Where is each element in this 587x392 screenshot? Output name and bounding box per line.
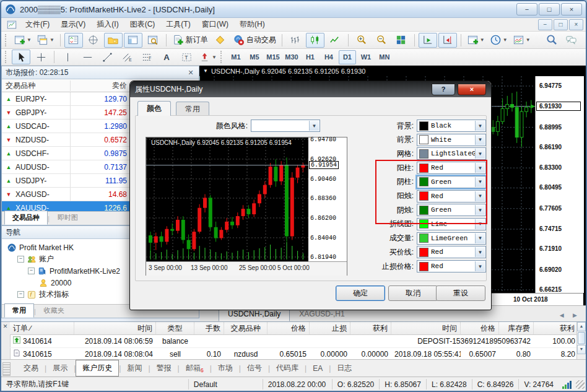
zoom-in-button[interactable] (352, 33, 371, 48)
terminal-tab-10[interactable]: 日志 (331, 360, 358, 376)
color-select-0[interactable]: Black▼ (417, 120, 486, 132)
new-chart-button[interactable]: ▼ (12, 33, 33, 48)
timeframe-mn[interactable]: MN (376, 50, 393, 64)
autotrading-button[interactable]: 自动交易 (231, 33, 278, 48)
new-order-button[interactable]: 新订单 (170, 33, 210, 48)
timeframe-h4[interactable]: H4 (320, 50, 337, 64)
terminal-col-3[interactable]: 手数 (194, 322, 224, 334)
minimize-button[interactable]: − (516, 3, 537, 15)
child-close-button[interactable]: × (569, 19, 583, 30)
timeframe-d1[interactable]: D1 (339, 50, 356, 64)
dialog-titlebar[interactable]: 属性USDCNH-,Daily ? × (130, 81, 491, 97)
child-restore-button[interactable]: □ (554, 19, 568, 30)
scroll-up-icon[interactable]: ▲ (577, 322, 586, 331)
scrollbar-thumb[interactable] (578, 332, 585, 344)
color-select-7[interactable]: Lime▼ (417, 218, 486, 230)
terminal-col-7[interactable]: 获利 (350, 322, 391, 334)
bar-chart-button[interactable] (286, 33, 305, 48)
community-chat-button[interactable] (562, 33, 580, 48)
restore-button[interactable]: □ (539, 3, 560, 15)
close-icon[interactable]: ✕ (186, 69, 195, 77)
text-label-tool[interactable]: T (177, 50, 196, 64)
color-select-9[interactable]: Red▼ (417, 246, 486, 258)
timeframe-m30[interactable]: M30 (283, 50, 300, 64)
tile-windows-button[interactable] (392, 33, 411, 48)
cancel-button[interactable]: 取消 (388, 285, 438, 301)
terminal-col-4[interactable]: 交易品种 (224, 322, 267, 334)
menu-item-5[interactable]: 窗口(W) (196, 19, 234, 30)
timeframe-h1[interactable]: H1 (302, 50, 319, 64)
arrows-tool[interactable]: ▼ (197, 50, 219, 64)
terminal-col-0[interactable]: 订单 ∕ (10, 322, 74, 334)
color-select-2[interactable]: LightSlateGr▼ (417, 147, 486, 160)
line-chart-button[interactable] (326, 33, 344, 48)
timeframe-m15[interactable]: M15 (264, 50, 282, 64)
dialog-tab-0[interactable]: 颜色 (137, 101, 171, 116)
text-tool[interactable]: A (157, 50, 176, 64)
toolbar-grip[interactable] (5, 34, 9, 46)
navigator-tab-0[interactable]: 常用 (4, 303, 34, 318)
menu-item-1[interactable]: 显示(V) (55, 19, 91, 30)
terminal-tab-8[interactable]: 代码库 (270, 360, 305, 376)
market-watch-toggle[interactable] (64, 33, 83, 48)
terminal-toggle[interactable] (124, 33, 142, 48)
color-select-10[interactable]: Red▼ (417, 260, 486, 272)
candlestick-button[interactable] (306, 33, 324, 48)
vertical-line-tool[interactable] (58, 50, 77, 64)
panel-grip-icon[interactable] (2, 362, 11, 376)
menu-item-4[interactable]: 工具(T) (160, 19, 196, 30)
tab-scroll-arrows[interactable]: ◀ ▶ (560, 312, 581, 318)
color-scheme-select[interactable]: ▼ (251, 120, 320, 132)
tree-expander-icon[interactable]: − (28, 268, 35, 274)
terminal-col-2[interactable]: 类型 (156, 322, 194, 334)
color-select-4[interactable]: Green▼ (417, 176, 486, 188)
equidistant-channel-tool[interactable]: E (118, 50, 136, 64)
tree-expander-icon[interactable]: − (17, 291, 24, 298)
child-minimize-button[interactable]: − (538, 19, 552, 30)
navigator-toggle[interactable] (104, 33, 123, 48)
timeframe-w1[interactable]: W1 (357, 50, 375, 64)
terminal-col-6[interactable]: 止损 (310, 322, 350, 334)
terminal-tab-2[interactable]: 账户历史 (76, 360, 119, 377)
terminal-scrollbar[interactable]: ▲ ▼ (576, 322, 586, 360)
profiles-button[interactable]: ▼ (35, 33, 56, 48)
close-button[interactable]: × (561, 3, 582, 15)
auto-scroll-toggle[interactable] (419, 33, 437, 48)
dialog-tab-1[interactable]: 常用 (176, 102, 209, 115)
timeframe-m5[interactable]: M5 (246, 50, 263, 64)
market-watch-tab-0[interactable]: 交易品种 (4, 211, 48, 225)
trendline-tool[interactable] (98, 50, 116, 64)
indicators-button[interactable]: ▼ (465, 33, 487, 48)
terminal-tab-0[interactable]: 交易 (17, 360, 45, 376)
reset-button[interactable]: 重设 (436, 285, 485, 301)
terminal-tab-5[interactable]: 邮箱6 (180, 360, 210, 376)
terminal-tab-1[interactable]: 展示 (46, 360, 74, 376)
search-button[interactable] (542, 33, 560, 48)
menu-item-0[interactable]: 文件(F) (20, 19, 55, 30)
data-window-toggle[interactable] (84, 33, 103, 48)
toolbar-grip[interactable] (220, 51, 224, 63)
metaeditor-button[interactable] (211, 33, 230, 48)
scroll-down-icon[interactable]: ▼ (577, 345, 586, 354)
terminal-tab-3[interactable]: 新闻 (121, 360, 148, 376)
color-select-3[interactable]: Red▼ (417, 162, 486, 174)
terminal-tab-7[interactable]: 信号 (241, 360, 268, 376)
terminal-col-11[interactable]: 获利 (534, 322, 578, 334)
terminal-col-1[interactable]: 时间 (74, 322, 156, 334)
color-select-5[interactable]: Red▼ (417, 190, 486, 203)
crosshair-tool[interactable] (32, 50, 50, 64)
market-watch-tab-1[interactable]: 即时图 (50, 211, 86, 225)
titlebar[interactable]: 2000▒▒▒▒5: ProfitMarketHK-Live2 - [USDCN… (1, 1, 586, 18)
navigator-tab-1[interactable]: 收藏夹 (36, 303, 72, 318)
cursor-tool[interactable] (12, 50, 30, 64)
terminal-col-9[interactable]: 价格 (461, 322, 499, 334)
fibonacci-tool[interactable]: F (137, 50, 156, 64)
menu-item-3[interactable]: 图表(C) (124, 19, 161, 30)
color-select-8[interactable]: LimeGreen▼ (417, 232, 486, 245)
ok-button[interactable]: 确定 (336, 285, 385, 301)
terminal-col-10[interactable]: 库存费 (499, 322, 534, 334)
dialog-close-icon[interactable]: × (458, 84, 486, 95)
resize-grip-icon[interactable] (576, 380, 585, 389)
chart-shift-toggle[interactable] (438, 33, 457, 48)
terminal-tab-6[interactable]: 市场 (212, 360, 239, 376)
